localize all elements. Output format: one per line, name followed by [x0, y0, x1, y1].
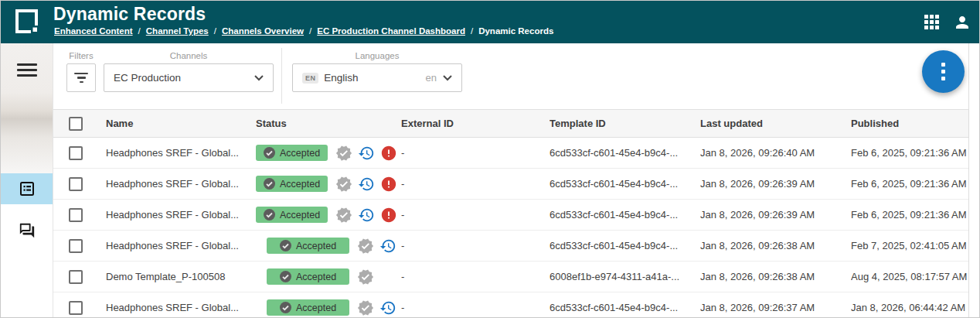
status-cell: Accepted — [256, 268, 401, 286]
column-header-template-id: Template ID — [550, 118, 700, 129]
record-name[interactable]: Demo Template_P-100508 — [106, 271, 256, 282]
channels-select[interactable]: EC Production — [104, 63, 274, 92]
status-cell: Accepted — [256, 176, 401, 193]
template-id: 6cd533cf-c601-45e4-b9c4-... — [550, 209, 700, 221]
template-id: 6cd533cf-c601-45e4-b9c4-... — [550, 302, 700, 313]
records-table: Name Status External ID Template ID Last… — [53, 109, 968, 318]
chat-icon — [19, 222, 36, 239]
language-badge: EN — [302, 73, 318, 84]
filters-label: Filters — [66, 51, 96, 60]
column-header-status: Status — [256, 118, 401, 129]
breadcrumb-link[interactable]: Channels Overview — [222, 26, 304, 36]
status-badge: Accepted — [267, 268, 349, 285]
row-checkbox[interactable] — [69, 270, 83, 284]
sidebar — [1, 43, 53, 317]
history-icon[interactable] — [379, 238, 396, 255]
verified-seal-icon — [335, 207, 352, 224]
check-circle-icon — [264, 147, 275, 159]
status-icons — [357, 268, 374, 286]
last-updated: Jan 8, 2026, 09:26:39 AM — [700, 178, 851, 190]
status-badge: Accepted — [256, 176, 328, 192]
verified-seal-icon — [335, 176, 352, 193]
status-label: Accepted — [280, 148, 320, 159]
published: Feb 6, 2025, 09:21:36 AM — [851, 178, 968, 190]
status-badge: Accepted — [256, 207, 328, 223]
table-row: Headphones SREF - Global... Accepted — [53, 292, 968, 318]
published: Jan 8, 2026, 06:44:42 AM — [851, 302, 968, 313]
breadcrumb: Enhanced Content/Channel Types/Channels … — [54, 26, 553, 36]
published: Aug 4, 2025, 08:17:57 AM — [851, 271, 968, 282]
header-actions — [924, 1, 971, 43]
record-name[interactable]: Headphones SREF - Global... — [106, 147, 256, 159]
status-badge: Accepted — [267, 238, 349, 254]
last-updated: Jan 8, 2026, 09:26:38 AM — [700, 240, 851, 251]
verified-seal-icon — [357, 268, 374, 286]
row-checkbox[interactable] — [69, 177, 83, 191]
column-header-external-id: External ID — [401, 118, 550, 129]
languages-select[interactable]: EN English en — [292, 63, 462, 92]
status-cell: Accepted — [256, 238, 401, 255]
status-icons — [335, 207, 397, 224]
last-updated: Jan 8, 2026, 09:26:40 AM — [700, 147, 851, 159]
sidebar-item-records[interactable] — [1, 173, 53, 204]
alert-icon[interactable] — [380, 145, 397, 162]
published: Feb 6, 2025, 09:21:36 AM — [851, 147, 968, 159]
table-row: Headphones SREF - Global... Accepted — [53, 169, 968, 200]
external-id: - — [401, 302, 550, 313]
external-id: - — [401, 240, 550, 251]
alert-icon[interactable] — [380, 176, 397, 193]
status-label: Accepted — [296, 272, 336, 282]
apps-grid-icon[interactable] — [924, 15, 939, 29]
record-name[interactable]: Headphones SREF - Global... — [106, 302, 256, 313]
breadcrumb-link[interactable]: EC Production Channel Dashboard — [317, 26, 465, 36]
history-icon[interactable] — [358, 207, 375, 224]
row-checkbox[interactable] — [69, 146, 83, 160]
history-icon[interactable] — [358, 145, 375, 162]
last-updated: Jan 8, 2026, 09:26:37 AM — [700, 302, 851, 313]
external-id: - — [401, 178, 550, 190]
sidebar-item-comments[interactable] — [1, 215, 53, 246]
row-checkbox[interactable] — [69, 239, 83, 253]
check-circle-icon — [264, 178, 275, 190]
history-icon[interactable] — [379, 299, 396, 316]
external-id: - — [401, 209, 550, 221]
column-header-published: Published — [851, 118, 968, 129]
filter-button[interactable] — [66, 63, 96, 92]
alert-icon[interactable] — [380, 207, 397, 224]
template-id: 6cd533cf-c601-45e4-b9c4-... — [550, 147, 700, 159]
verified-seal-icon — [357, 238, 374, 255]
template-id: 6008ef1b-e974-4311-a41a-... — [550, 271, 700, 282]
table-body: Headphones SREF - Global... Accepted — [53, 138, 968, 318]
record-name[interactable]: Headphones SREF - Global... — [106, 178, 256, 190]
breadcrumb-link[interactable]: Channel Types — [146, 26, 209, 36]
published: Feb 6, 2025, 09:21:36 AM — [851, 209, 968, 221]
verified-seal-icon — [357, 299, 374, 316]
record-name[interactable]: Headphones SREF - Global... — [106, 240, 256, 251]
status-icons — [335, 145, 397, 162]
row-checkbox[interactable] — [69, 301, 83, 315]
actions-fab-button[interactable] — [922, 50, 965, 93]
record-name[interactable]: Headphones SREF - Global... — [106, 209, 256, 221]
status-cell: Accepted — [256, 299, 401, 316]
status-badge: Accepted — [256, 145, 328, 161]
table-row: Headphones SREF - Global... Accepted — [53, 138, 968, 169]
row-checkbox[interactable] — [69, 208, 83, 222]
menu-icon[interactable] — [17, 63, 37, 77]
filter-divider — [281, 48, 282, 104]
status-badge: Accepted — [267, 299, 349, 316]
check-circle-icon — [280, 240, 291, 251]
breadcrumb-link[interactable]: Enhanced Content — [54, 26, 133, 36]
chevron-down-icon — [254, 75, 264, 81]
filter-icon — [74, 73, 88, 84]
status-label: Accepted — [280, 179, 320, 190]
user-icon[interactable] — [953, 13, 971, 32]
channels-label: Channels — [104, 51, 274, 60]
check-circle-icon — [280, 271, 291, 282]
last-updated: Jan 8, 2026, 09:26:39 AM — [700, 209, 851, 221]
table-row: Headphones SREF - Global... Accepted — [53, 200, 968, 231]
page-title: Dynamic Records — [53, 4, 206, 25]
history-icon[interactable] — [358, 176, 375, 193]
chevron-down-icon — [443, 75, 452, 81]
select-all-checkbox[interactable] — [69, 117, 83, 131]
template-id: 6cd533cf-c601-45e4-b9c4-... — [550, 178, 700, 190]
